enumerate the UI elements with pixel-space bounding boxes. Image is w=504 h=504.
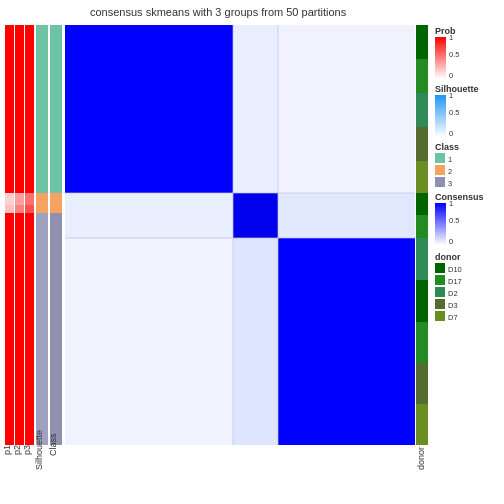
svg-rect-15: [50, 25, 62, 193]
svg-rect-7: [15, 213, 24, 445]
svg-rect-1: [5, 193, 14, 205]
legend-donor-d3-label: D3: [448, 301, 458, 310]
legend-consensus-05: 0.5: [449, 216, 459, 225]
silhouette-annotation: [36, 25, 48, 445]
svg-rect-20: [233, 193, 278, 238]
svg-rect-9: [25, 193, 34, 205]
svg-rect-45: [435, 95, 446, 137]
svg-rect-19: [65, 25, 233, 193]
svg-rect-27: [233, 238, 278, 445]
legend-donor-d7-swatch: [435, 311, 445, 321]
svg-rect-36: [416, 161, 428, 193]
svg-rect-8: [25, 25, 34, 193]
svg-rect-11: [25, 213, 34, 445]
legend-donor-title: donor: [435, 252, 461, 262]
svg-rect-17: [50, 213, 62, 445]
svg-rect-43: [416, 404, 428, 445]
legend-donor-d17-label: D17: [448, 277, 462, 286]
legend-sil-1: 1: [449, 91, 453, 100]
donor-annotation: [416, 25, 428, 445]
legend-consensus-0: 0: [449, 237, 453, 246]
legend-donor-d2-label: D2: [448, 289, 458, 298]
legend-prob-1: 1: [449, 33, 453, 42]
legend-prob-0: 0: [449, 71, 453, 80]
svg-rect-23: [278, 25, 415, 193]
svg-rect-25: [278, 193, 415, 238]
svg-rect-42: [416, 363, 428, 404]
svg-rect-32: [416, 25, 428, 59]
svg-rect-3: [5, 213, 14, 445]
svg-rect-40: [416, 280, 428, 322]
legend-consensus-1: 1: [449, 199, 453, 208]
svg-rect-39: [416, 238, 428, 280]
legend-sil-title: Silhouette: [435, 84, 479, 94]
svg-rect-44: [435, 37, 446, 79]
legend-donor-d10-label: D10: [448, 265, 462, 274]
svg-rect-16: [50, 193, 62, 213]
legend-sil-05: 0.5: [449, 108, 459, 117]
svg-rect-37: [416, 193, 428, 215]
legend-donor-d3-swatch: [435, 299, 445, 309]
main-svg: p1 p2 p3 Silhouette Class donor Prob: [0, 0, 504, 504]
svg-rect-21: [278, 238, 415, 445]
legend-sil-0: 0: [449, 129, 453, 138]
svg-rect-6: [15, 205, 24, 213]
xlabel-p3: p3: [22, 445, 32, 455]
svg-rect-0: [5, 25, 14, 193]
svg-rect-46: [435, 203, 446, 245]
xlabel-donor: donor: [416, 447, 426, 470]
svg-rect-41: [416, 322, 428, 363]
legend-class-3-label: 3: [448, 179, 452, 188]
legend-donor-d17-swatch: [435, 275, 445, 285]
legend-donor-d7-label: D7: [448, 313, 458, 322]
svg-rect-13: [36, 193, 48, 213]
svg-rect-24: [65, 193, 233, 238]
legend-class-2-swatch: [435, 165, 445, 175]
legend-class-1-swatch: [435, 153, 445, 163]
legend-donor-d10-swatch: [435, 263, 445, 273]
xlabel-p1: p1: [2, 445, 12, 455]
svg-rect-14: [36, 213, 48, 445]
svg-rect-12: [36, 25, 48, 193]
legend-consensus-title: Consensus: [435, 192, 484, 202]
xlabel-class: Class: [48, 433, 58, 456]
xlabel-p2: p2: [12, 445, 22, 455]
legend-donor-d2-swatch: [435, 287, 445, 297]
svg-rect-10: [25, 205, 34, 213]
svg-rect-22: [233, 25, 278, 193]
svg-rect-34: [416, 93, 428, 127]
p1-annotation: [5, 25, 14, 445]
svg-rect-4: [15, 25, 24, 193]
legend-class-1-label: 1: [448, 155, 452, 164]
xlabel-silhouette: Silhouette: [34, 430, 44, 470]
svg-rect-5: [15, 193, 24, 205]
svg-rect-35: [416, 127, 428, 161]
p3-annotation: [25, 25, 34, 445]
svg-rect-33: [416, 59, 428, 93]
class-annotation: [50, 25, 62, 445]
legend-prob-05: 0.5: [449, 50, 459, 59]
svg-rect-38: [416, 215, 428, 238]
svg-rect-26: [65, 238, 233, 445]
svg-rect-2: [5, 205, 14, 213]
chart-container: consensus skmeans with 3 groups from 50 …: [0, 0, 504, 504]
legend-class-2-label: 2: [448, 167, 452, 176]
legend-class-3-swatch: [435, 177, 445, 187]
legend-class-title: Class: [435, 142, 459, 152]
p2-annotation: [15, 25, 24, 445]
